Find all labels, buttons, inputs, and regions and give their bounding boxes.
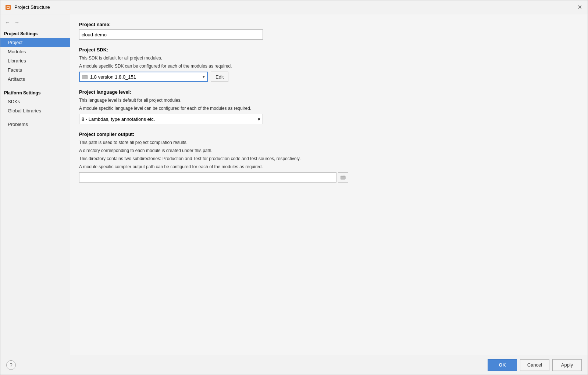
sidebar: ← → Project Settings Project Modules Lib… [0,14,70,355]
main-content: Project name: cloud-demo Project SDK: Th… [70,14,588,355]
compiler-desc3: This directory contains two subdirectori… [79,155,579,162]
sdk-version-detail: version 1.8.0_151 [98,74,136,80]
project-settings-section-label: Project Settings [0,29,70,38]
project-sdk-section: Project SDK: This SDK is default for all… [79,47,579,82]
browse-folder-icon [341,175,346,180]
compiler-desc4: A module specific compiler output path c… [79,163,579,170]
project-language-label: Project language level: [79,89,579,95]
titlebar-title: Project Structure [14,4,50,10]
sdk-version-text: 1.8 version 1.8.0_151 [90,74,136,80]
close-button[interactable]: ✕ [576,4,583,11]
compiler-desc1: This path is used to store all project c… [79,139,579,146]
titlebar: Project Structure ✕ [0,0,588,14]
folder-icon [82,74,88,79]
language-level-value: 8 - Lambdas, type annotations etc. [82,116,155,122]
help-button[interactable]: ? [6,360,16,370]
project-sdk-desc2: A module specific SDK can be configured … [79,63,579,69]
browse-folder-button[interactable] [338,172,348,183]
footer: ? OK Cancel Apply [0,355,588,375]
project-name-section: Project name: cloud-demo [79,22,579,40]
language-dropdown-arrow-icon: ▾ [258,116,260,122]
compiler-desc2: A directory corresponding to each module… [79,147,579,154]
nav-buttons: ← → [0,17,70,29]
back-button[interactable]: ← [3,19,11,26]
compiler-output-label: Project compiler output: [79,131,579,137]
svg-rect-4 [82,76,88,79]
sidebar-item-facets[interactable]: Facets [0,65,70,75]
sidebar-item-problems[interactable]: Problems [0,120,70,129]
compiler-output-input[interactable] [79,172,336,183]
apply-button[interactable]: Apply [552,359,582,371]
content-area: ← → Project Settings Project Modules Lib… [0,14,588,355]
sdk-row: 1.8 version 1.8.0_151 ▾ Edit [79,72,579,82]
project-structure-dialog: Project Structure ✕ ← → Project Settings… [0,0,588,375]
ok-button[interactable]: OK [488,359,517,371]
sdk-dropdown-arrow-icon: ▾ [203,74,205,79]
sdk-dropdown[interactable]: 1.8 version 1.8.0_151 ▾ [79,72,208,82]
app-icon [5,4,11,11]
sidebar-item-project[interactable]: Project [0,38,70,47]
sidebar-item-libraries[interactable]: Libraries [0,56,70,65]
project-sdk-desc1: This SDK is default for all project modu… [79,55,579,61]
footer-left: ? [6,360,16,370]
project-sdk-label: Project SDK: [79,47,579,53]
project-language-section: Project language level: This language le… [79,89,579,124]
sidebar-item-sdks[interactable]: SDKs [0,97,70,106]
project-language-desc2: A module specific language level can be … [79,105,579,112]
svg-rect-6 [341,176,345,179]
footer-buttons: OK Cancel Apply [488,359,582,371]
sidebar-item-artifacts[interactable]: Artifacts [0,75,70,84]
project-name-input[interactable]: cloud-demo [79,29,263,40]
edit-sdk-button[interactable]: Edit [211,72,228,82]
titlebar-left: Project Structure [5,4,50,11]
language-level-dropdown[interactable]: 8 - Lambdas, type annotations etc. ▾ [79,114,263,124]
project-name-label: Project name: [79,22,579,27]
platform-settings-section-label: Platform Settings [0,88,70,97]
cancel-button[interactable]: Cancel [520,359,549,371]
project-language-desc1: This language level is default for all p… [79,97,579,104]
sidebar-item-modules[interactable]: Modules [0,47,70,56]
forward-button[interactable]: → [13,19,21,26]
sidebar-item-global-libraries[interactable]: Global Libraries [0,106,70,115]
compiler-output-section: Project compiler output: This path is us… [79,131,579,183]
compiler-output-row [79,172,579,183]
svg-rect-2 [7,7,9,8]
